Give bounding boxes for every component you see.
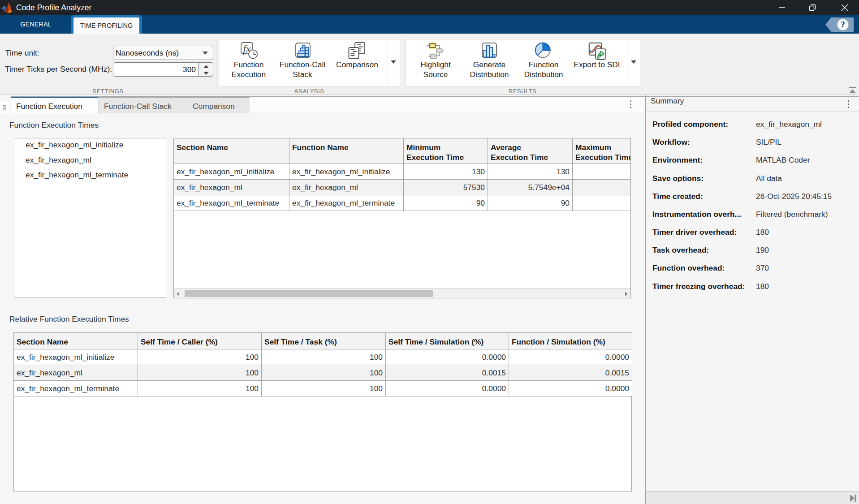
svg-text:?: ? xyxy=(841,20,845,29)
